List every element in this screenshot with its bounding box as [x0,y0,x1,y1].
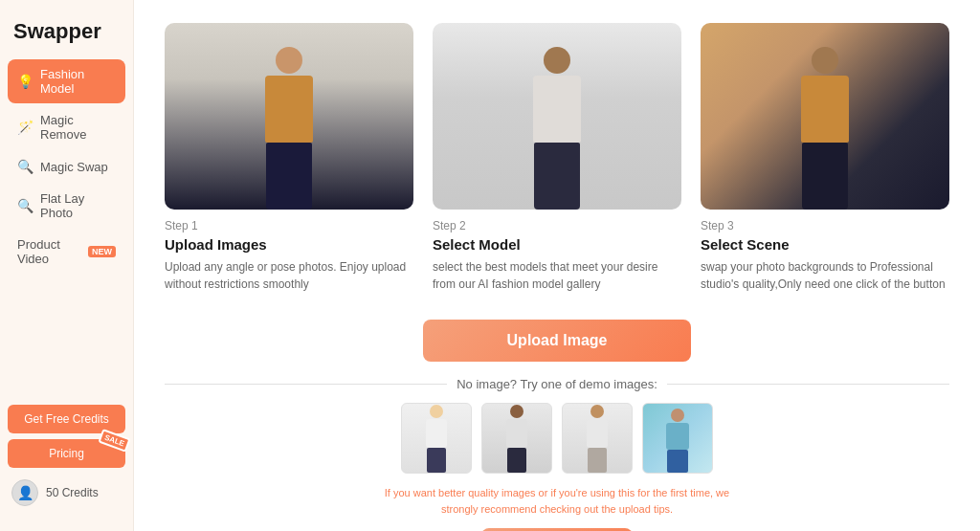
flat-lay-icon: 🔍 [17,198,33,213]
demo-line-left [165,384,447,385]
sidebar-label-flat-lay: Flat Lay Photo [40,191,116,220]
main-content: Step 1 Upload Images Upload any angle or… [134,0,980,531]
step-3-desc: swap your photo backgrounds to Professio… [701,258,949,293]
sidebar-item-product-video[interactable]: Product Video NEW [8,230,125,274]
step-2-card: Step 2 Select Model select the best mode… [433,23,681,293]
bulb-icon: 💡 [17,74,33,89]
mini-figure-4 [666,409,689,473]
model-figure-1 [251,47,327,210]
upload-image-button[interactable]: Upload Image [423,320,691,362]
sidebar-label-magic-swap: Magic Swap [40,160,108,174]
demo-label-row: No image? Try one of demo images: [165,377,949,391]
demo-thumb-3[interactable] [562,403,633,474]
step-3-title: Select Scene [701,236,949,253]
model-figure-3 [787,47,863,210]
new-badge: NEW [88,246,116,257]
get-credits-button[interactable]: Get Free Credits [8,405,125,433]
model-figure-2 [519,47,595,210]
sidebar-item-fashion-model[interactable]: 💡 Fashion Model [8,59,125,103]
sidebar-bottom: Get Free Credits Pricing SALE 👤 50 Credi… [0,397,133,520]
step-3-card: Step 3 Select Scene swap your photo back… [701,23,949,293]
step-2-num: Step 2 [433,219,681,232]
sidebar-item-magic-swap[interactable]: 🔍 Magic Swap [8,151,125,182]
step-3-image [701,23,949,210]
user-row: 👤 50 Credits [8,474,125,512]
credits-display: 50 Credits [46,486,99,499]
steps-row: Step 1 Upload Images Upload any angle or… [165,23,949,293]
upload-section: Upload Image [165,320,949,362]
sale-badge: SALE [98,429,131,453]
mini-figure-3 [587,405,608,473]
magic-swap-icon: 🔍 [17,159,33,174]
demo-section: No image? Try one of demo images: [165,377,949,531]
sidebar: Swapper 💡 Fashion Model 🪄 Magic Remove 🔍… [0,0,134,531]
magic-remove-icon: 🪄 [17,120,33,135]
sidebar-label-magic-remove: Magic Remove [40,113,116,142]
demo-thumb-2[interactable] [481,403,552,474]
demo-line-right [667,384,949,385]
step-1-title: Upload Images [165,236,413,253]
demo-thumb-4[interactable] [642,403,713,474]
sidebar-label-product-video: Product Video [17,237,78,266]
pricing-button[interactable]: Pricing SALE [8,439,125,468]
sidebar-item-flat-lay[interactable]: 🔍 Flat Lay Photo [8,184,125,228]
step-2-image [433,23,681,210]
demo-label: No image? Try one of demo images: [457,377,657,391]
avatar: 👤 [11,479,38,506]
mini-figure-2 [506,405,527,473]
step-1-num: Step 1 [165,219,413,232]
app-logo: Swapper [0,11,133,59]
mini-figure-1 [426,405,447,473]
demo-thumb-1[interactable] [401,403,472,474]
sidebar-label-fashion-model: Fashion Model [40,67,116,96]
sidebar-nav: 💡 Fashion Model 🪄 Magic Remove 🔍 Magic S… [0,59,133,397]
step-1-image [165,23,413,210]
step-1-desc: Upload any angle or pose photos. Enjoy u… [165,258,413,293]
demo-images-row [401,403,713,474]
step-1-card: Step 1 Upload Images Upload any angle or… [165,23,413,293]
step-2-desc: select the best models that meet your de… [433,258,681,293]
recommend-text: If you want better quality images or if … [375,485,739,517]
sidebar-item-magic-remove[interactable]: 🪄 Magic Remove [8,105,125,149]
step-2-title: Select Model [433,236,681,253]
step-3-num: Step 3 [701,219,949,232]
